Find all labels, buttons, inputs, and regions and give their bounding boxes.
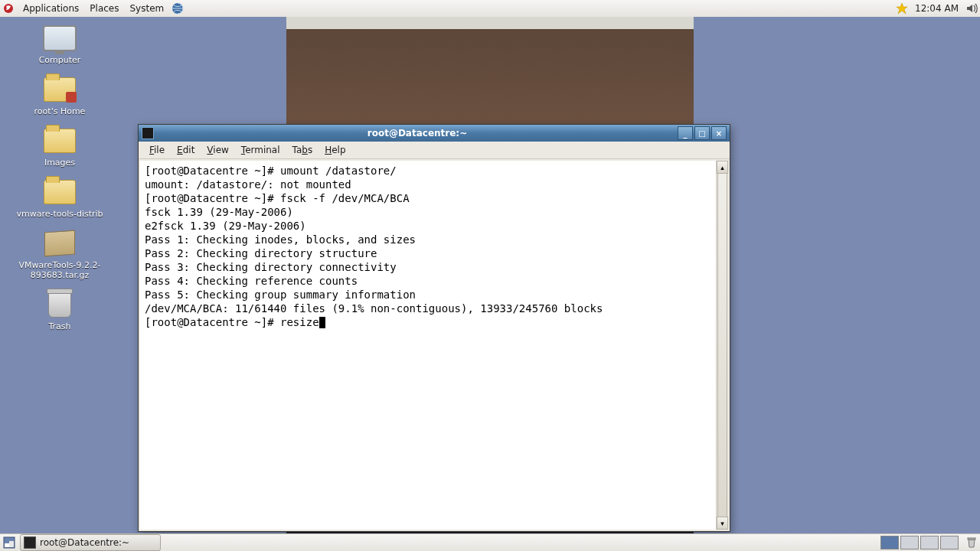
menu-applications[interactable]: Applications	[18, 3, 84, 14]
scroll-down-button[interactable]: ▾	[717, 517, 728, 530]
trash-icon	[48, 292, 71, 318]
bottom-panel: root@Datacentre:~	[0, 533, 980, 551]
task-label: root@Datacentre:~	[40, 537, 129, 548]
window-titlebar[interactable]: root@Datacentre:~ _ □ ×	[139, 125, 730, 142]
desktop[interactable]: Computer root's Home Images vmware-tools…	[0, 17, 980, 534]
volume-icon[interactable]	[965, 2, 978, 15]
show-desktop-button[interactable]	[2, 535, 17, 550]
window-title: root@Datacentre:~	[158, 128, 676, 139]
menu-view[interactable]: View	[201, 143, 234, 157]
terminal-icon	[142, 127, 154, 139]
clock[interactable]: 12:04 AM	[910, 3, 963, 14]
desktop-icon-vmware-distrib[interactable]: vmware-tools-distrib	[6, 177, 113, 219]
menu-system[interactable]: System	[124, 3, 169, 14]
desktop-icon-trash[interactable]: Trash	[6, 289, 113, 331]
workspace-2[interactable]	[900, 536, 919, 549]
desktop-icon-grid: Computer root's Home Images vmware-tools…	[6, 23, 113, 331]
svg-rect-5	[9, 541, 14, 547]
icon-label: Trash	[48, 321, 70, 331]
icon-label: VMwareTools-9.2.2-893683.tar.gz	[10, 260, 109, 280]
top-panel: Applications Places System 12:04 AM	[0, 0, 980, 18]
menu-help[interactable]: Help	[318, 143, 351, 157]
maximize-button[interactable]: □	[694, 126, 710, 140]
distro-icon	[2, 2, 15, 15]
archive-icon	[44, 230, 75, 257]
window-menubar: File Edit View Terminal Tabs Help	[139, 142, 730, 159]
icon-label: vmware-tools-distrib	[16, 209, 103, 219]
update-icon[interactable]	[896, 2, 908, 15]
scroll-up-button[interactable]: ▴	[717, 161, 728, 174]
workspace-1[interactable]	[880, 536, 899, 549]
svg-rect-4	[5, 543, 9, 547]
desktop-icon-vmware-tar[interactable]: VMwareTools-9.2.2-893683.tar.gz	[6, 228, 113, 280]
workspace-switcher[interactable]	[880, 536, 959, 549]
icon-label: root's Home	[34, 106, 86, 116]
workspace-3[interactable]	[920, 536, 939, 549]
menu-terminal[interactable]: Terminal	[235, 143, 286, 157]
svg-marker-2	[897, 3, 907, 14]
workspace-4[interactable]	[940, 536, 959, 549]
home-folder-icon	[44, 77, 76, 102]
trash-applet-icon[interactable]	[965, 536, 978, 549]
desktop-icon-images[interactable]: Images	[6, 126, 113, 168]
menu-places[interactable]: Places	[84, 3, 124, 14]
menu-edit[interactable]: Edit	[171, 143, 201, 157]
desktop-icon-home[interactable]: root's Home	[6, 74, 113, 116]
icon-label: Computer	[39, 55, 81, 65]
svg-rect-6	[968, 538, 975, 540]
show-desktop-icon	[3, 536, 15, 549]
folder-icon	[44, 180, 76, 204]
minimize-button[interactable]: _	[678, 126, 693, 140]
terminal-scrollbar[interactable]: ▴ ▾	[716, 161, 728, 530]
terminal-window[interactable]: root@Datacentre:~ _ □ × File Edit View T…	[138, 124, 730, 532]
menu-file[interactable]: File	[143, 143, 171, 157]
desktop-icon-computer[interactable]: Computer	[6, 23, 113, 65]
browser-launcher-icon[interactable]	[172, 2, 184, 15]
computer-icon	[43, 25, 77, 51]
terminal-output[interactable]: [root@Datacentre ~]# umount /datastore/ …	[140, 161, 728, 530]
terminal-icon	[24, 536, 36, 549]
menu-tabs[interactable]: Tabs	[286, 143, 319, 157]
scroll-thumb[interactable]	[717, 173, 727, 517]
close-button[interactable]: ×	[711, 126, 727, 140]
folder-icon	[44, 129, 76, 153]
icon-label: Images	[44, 158, 75, 168]
taskbar-task-terminal[interactable]: root@Datacentre:~	[20, 534, 161, 551]
